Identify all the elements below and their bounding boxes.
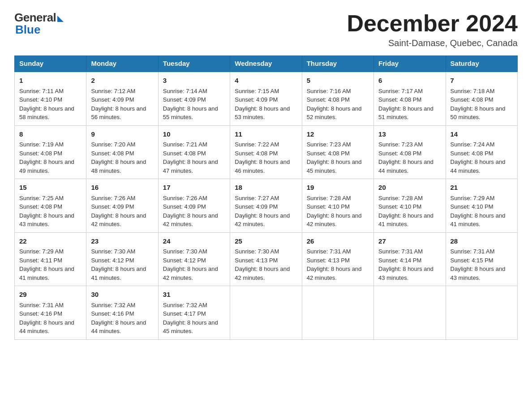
day-number: 1 <box>19 76 82 86</box>
day-number: 27 <box>378 236 441 247</box>
day-sunrise: Sunrise: 7:30 AM <box>163 248 207 255</box>
table-row: 31 Sunrise: 7:32 AM Sunset: 4:17 PM Dayl… <box>158 286 230 340</box>
day-daylight: Daylight: 8 hours and 44 minutes. <box>91 319 146 335</box>
day-sunrise: Sunrise: 7:28 AM <box>307 195 351 201</box>
table-row: 30 Sunrise: 7:32 AM Sunset: 4:16 PM Dayl… <box>86 286 158 340</box>
col-friday: Friday <box>374 56 446 72</box>
day-number: 20 <box>378 183 441 193</box>
day-sunset: Sunset: 4:08 PM <box>91 150 134 157</box>
table-row: 1 Sunrise: 7:11 AM Sunset: 4:10 PM Dayli… <box>15 72 86 126</box>
table-row <box>374 286 446 340</box>
day-sunset: Sunset: 4:10 PM <box>450 203 493 210</box>
col-tuesday: Tuesday <box>158 56 230 72</box>
day-sunset: Sunset: 4:08 PM <box>19 203 62 210</box>
table-row: 20 Sunrise: 7:28 AM Sunset: 4:10 PM Dayl… <box>374 179 446 233</box>
day-sunset: Sunset: 4:11 PM <box>19 257 62 264</box>
day-number: 7 <box>450 76 513 86</box>
day-sunrise: Sunrise: 7:28 AM <box>378 195 423 201</box>
location-text: Saint-Damase, Quebec, Canada <box>347 38 518 48</box>
day-sunrise: Sunrise: 7:23 AM <box>378 141 423 148</box>
table-row: 10 Sunrise: 7:21 AM Sunset: 4:08 PM Dayl… <box>158 125 230 179</box>
day-sunrise: Sunrise: 7:16 AM <box>307 88 351 94</box>
day-sunrise: Sunrise: 7:29 AM <box>19 248 64 255</box>
day-number: 6 <box>378 76 441 86</box>
calendar-table: Sunday Monday Tuesday Wednesday Thursday… <box>14 56 518 340</box>
day-number: 14 <box>450 129 513 140</box>
day-sunset: Sunset: 4:08 PM <box>450 150 493 157</box>
table-row: 22 Sunrise: 7:29 AM Sunset: 4:11 PM Dayl… <box>15 232 86 286</box>
day-sunrise: Sunrise: 7:31 AM <box>19 302 64 308</box>
day-sunset: Sunset: 4:16 PM <box>19 310 62 317</box>
day-number: 5 <box>307 76 369 86</box>
title-block: December 2024 Saint-Damase, Quebec, Cana… <box>347 11 518 48</box>
day-number: 10 <box>163 129 225 140</box>
day-sunrise: Sunrise: 7:31 AM <box>378 248 423 255</box>
day-sunset: Sunset: 4:14 PM <box>378 257 421 264</box>
day-daylight: Daylight: 8 hours and 45 minutes. <box>307 158 362 174</box>
day-sunset: Sunset: 4:17 PM <box>163 310 206 317</box>
table-row: 5 Sunrise: 7:16 AM Sunset: 4:08 PM Dayli… <box>302 72 373 126</box>
day-daylight: Daylight: 8 hours and 52 minutes. <box>307 105 362 121</box>
day-sunset: Sunset: 4:08 PM <box>163 150 206 157</box>
day-daylight: Daylight: 8 hours and 41 minutes. <box>450 212 506 228</box>
table-row: 25 Sunrise: 7:30 AM Sunset: 4:13 PM Dayl… <box>230 232 302 286</box>
table-row: 19 Sunrise: 7:28 AM Sunset: 4:10 PM Dayl… <box>302 179 373 233</box>
day-number: 3 <box>163 76 225 86</box>
day-number: 25 <box>235 236 297 247</box>
day-sunset: Sunset: 4:09 PM <box>163 203 206 210</box>
col-sunday: Sunday <box>15 56 86 72</box>
day-sunrise: Sunrise: 7:30 AM <box>235 248 279 255</box>
day-number: 18 <box>235 183 297 193</box>
day-daylight: Daylight: 8 hours and 43 minutes. <box>450 265 506 281</box>
day-sunset: Sunset: 4:10 PM <box>19 96 62 103</box>
day-sunrise: Sunrise: 7:26 AM <box>163 195 207 201</box>
table-row: 24 Sunrise: 7:30 AM Sunset: 4:12 PM Dayl… <box>158 232 230 286</box>
day-sunrise: Sunrise: 7:23 AM <box>307 141 351 148</box>
day-sunrise: Sunrise: 7:29 AM <box>450 195 495 201</box>
table-row: 3 Sunrise: 7:14 AM Sunset: 4:09 PM Dayli… <box>158 72 230 126</box>
table-row: 11 Sunrise: 7:22 AM Sunset: 4:08 PM Dayl… <box>230 125 302 179</box>
day-number: 30 <box>91 290 153 300</box>
day-daylight: Daylight: 8 hours and 42 minutes. <box>307 265 362 281</box>
day-sunset: Sunset: 4:10 PM <box>378 203 421 210</box>
day-number: 29 <box>19 290 82 300</box>
day-sunrise: Sunrise: 7:20 AM <box>91 141 135 148</box>
day-sunrise: Sunrise: 7:31 AM <box>307 248 351 255</box>
table-row: 6 Sunrise: 7:17 AM Sunset: 4:08 PM Dayli… <box>374 72 446 126</box>
day-daylight: Daylight: 8 hours and 49 minutes. <box>19 158 74 174</box>
day-sunset: Sunset: 4:09 PM <box>235 96 278 103</box>
day-daylight: Daylight: 8 hours and 46 minutes. <box>235 158 290 174</box>
day-sunrise: Sunrise: 7:15 AM <box>235 88 279 94</box>
day-number: 8 <box>19 129 82 140</box>
day-daylight: Daylight: 8 hours and 47 minutes. <box>163 158 218 174</box>
day-number: 17 <box>163 183 225 193</box>
col-thursday: Thursday <box>302 56 373 72</box>
logo-blue-text: Blue <box>15 23 40 37</box>
day-daylight: Daylight: 8 hours and 42 minutes. <box>91 212 146 228</box>
calendar-week-row: 15 Sunrise: 7:25 AM Sunset: 4:08 PM Dayl… <box>15 179 518 233</box>
day-daylight: Daylight: 8 hours and 48 minutes. <box>91 158 146 174</box>
table-row: 2 Sunrise: 7:12 AM Sunset: 4:09 PM Dayli… <box>86 72 158 126</box>
day-sunrise: Sunrise: 7:19 AM <box>19 141 64 148</box>
day-number: 31 <box>163 290 225 300</box>
day-number: 2 <box>91 76 153 86</box>
table-row <box>446 286 517 340</box>
day-sunrise: Sunrise: 7:32 AM <box>163 302 207 308</box>
table-row: 29 Sunrise: 7:31 AM Sunset: 4:16 PM Dayl… <box>15 286 86 340</box>
day-number: 23 <box>91 236 153 247</box>
day-sunset: Sunset: 4:09 PM <box>91 203 134 210</box>
day-number: 11 <box>235 129 297 140</box>
day-sunset: Sunset: 4:09 PM <box>91 96 134 103</box>
calendar-header-row: Sunday Monday Tuesday Wednesday Thursday… <box>15 56 518 72</box>
day-sunrise: Sunrise: 7:14 AM <box>163 88 207 94</box>
day-sunrise: Sunrise: 7:30 AM <box>91 248 135 255</box>
day-daylight: Daylight: 8 hours and 43 minutes. <box>378 265 433 281</box>
day-sunrise: Sunrise: 7:32 AM <box>91 302 135 308</box>
day-daylight: Daylight: 8 hours and 42 minutes. <box>163 212 218 228</box>
day-number: 13 <box>378 129 441 140</box>
table-row: 23 Sunrise: 7:30 AM Sunset: 4:12 PM Dayl… <box>86 232 158 286</box>
day-number: 4 <box>235 76 297 86</box>
day-number: 26 <box>307 236 369 247</box>
day-daylight: Daylight: 8 hours and 43 minutes. <box>19 212 74 228</box>
table-row: 16 Sunrise: 7:26 AM Sunset: 4:09 PM Dayl… <box>86 179 158 233</box>
